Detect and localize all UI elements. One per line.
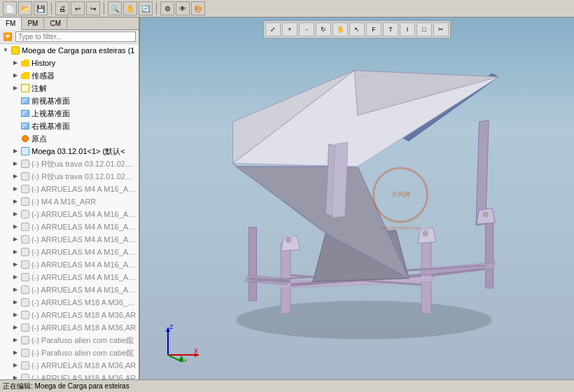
undo-button[interactable]: ↩ bbox=[71, 1, 85, 15]
svg-point-34 bbox=[483, 212, 488, 217]
front-plane-label: 前视基准面 bbox=[31, 95, 137, 106]
tree-item-9[interactable]: ▶(-) ARRUELAS M4 A M16_ARR bbox=[0, 258, 139, 271]
expand-14: ▶ bbox=[11, 323, 20, 332]
tree-icon-3 bbox=[20, 184, 30, 194]
tree-icon-11 bbox=[20, 285, 30, 295]
new-button[interactable]: 📄 bbox=[3, 1, 17, 15]
tree-item-14[interactable]: ▶(-) ARRUELAS M18 A M36,AR bbox=[0, 321, 139, 334]
tree-label-8: (-) ARRUELAS M4 A M16_ARR bbox=[31, 246, 137, 258]
tree-item-4[interactable]: ▶(-) M4 A M16_ARR bbox=[0, 195, 139, 208]
tree-area[interactable]: ▼ Moega de Carga para esteiras (1 ▶ Hist… bbox=[0, 44, 139, 379]
tree-icon-10 bbox=[20, 272, 30, 282]
assembly-icon bbox=[10, 46, 20, 55]
tree-front-plane[interactable]: 前视基准面 bbox=[0, 94, 139, 107]
expand-11: ▶ bbox=[11, 286, 20, 294]
tree-item-15[interactable]: ▶(-) Parafuso allen com cabe鑹 bbox=[0, 334, 139, 346]
expand-4: ▶ bbox=[11, 197, 20, 206]
tree-item-18[interactable]: ▶(-) ARRUELAS M18 A M36,AR bbox=[0, 372, 139, 379]
tree-label-2: (-) R饺ua trava 03.12.01.025LD bbox=[31, 171, 137, 182]
tree-item-17[interactable]: ▶(-) ARRUELAS M18 A M36,AR bbox=[0, 359, 139, 372]
vp-view-iso[interactable]: I bbox=[400, 22, 415, 36]
tree-item-7[interactable]: ▶(-) ARRUELAS M4 A M16_ARR bbox=[0, 233, 139, 246]
expand-1: ▶ bbox=[11, 160, 20, 168]
vp-zoom-fit[interactable]: ⤢ bbox=[265, 22, 281, 36]
root-label: Moega de Carga para esteiras (1 bbox=[22, 45, 137, 56]
expand-10: ▶ bbox=[11, 273, 20, 281]
coordinate-axes: Z X Y bbox=[161, 323, 196, 358]
separator-2 bbox=[104, 2, 104, 15]
tree-label-6: (-) ARRUELAS M4 A M16_ARR bbox=[31, 221, 137, 232]
tree-annotations[interactable]: ▶ 注解 bbox=[0, 82, 139, 94]
vp-display-mode[interactable]: □ bbox=[416, 22, 432, 36]
expand-2: ▶ bbox=[11, 172, 20, 181]
tree-label-15: (-) Parafuso allen com cabe鑹 bbox=[31, 335, 137, 346]
tree-item-6[interactable]: ▶(-) ARRUELAS M4 A M16_ARR bbox=[0, 220, 139, 233]
svg-rect-30 bbox=[419, 228, 430, 231]
tree-item-1[interactable]: ▶(-) R饺ua trava 03.12.01.025LD bbox=[0, 158, 139, 170]
filter-input[interactable] bbox=[15, 31, 136, 42]
top-plane-icon bbox=[20, 108, 30, 118]
svg-point-32 bbox=[286, 237, 290, 242]
tree-label-10: (-) ARRUELAS M4 A M16_ARR bbox=[31, 272, 137, 283]
open-button[interactable]: 📂 bbox=[18, 1, 32, 15]
material-button[interactable]: 🎨 bbox=[191, 1, 205, 15]
view-button[interactable]: 👁 bbox=[176, 1, 190, 15]
viewport[interactable]: ⤢ + - ↻ ✋ ↖ F T I □ ✂ bbox=[140, 18, 574, 379]
vp-rotate[interactable]: ↻ bbox=[316, 22, 331, 36]
tab-feature-manager[interactable]: FM bbox=[0, 18, 22, 30]
tab-config-manager[interactable]: CM bbox=[44, 18, 67, 29]
sensors-label: 传感器 bbox=[31, 70, 137, 81]
expand-sensors[interactable]: ▶ bbox=[11, 71, 20, 80]
vp-zoom-in[interactable]: + bbox=[282, 22, 298, 36]
rotate-button[interactable]: 🔄 bbox=[139, 1, 153, 15]
vp-select[interactable]: ↖ bbox=[349, 22, 365, 36]
expand-front-plane bbox=[11, 97, 20, 105]
status-bar: 正在编辑: Moega de Carga para esteiras bbox=[0, 379, 574, 392]
vp-zoom-out[interactable]: - bbox=[299, 22, 314, 36]
tree-label-14: (-) ARRUELAS M18 A M36,AR bbox=[31, 322, 137, 333]
vp-view-top[interactable]: T bbox=[383, 22, 398, 36]
tree-item-0[interactable]: ▶Moega 03.12.01<1> (默认< bbox=[0, 145, 139, 158]
expand-16: ▶ bbox=[11, 349, 20, 357]
tree-icon-1 bbox=[20, 159, 30, 169]
tree-sensors[interactable]: ▶ 传感器 bbox=[0, 69, 139, 82]
tab-property-manager[interactable]: PM bbox=[22, 18, 44, 29]
zoom-button[interactable]: 🔍 bbox=[108, 1, 122, 15]
tree-right-plane[interactable]: 右视基准面 bbox=[0, 120, 139, 132]
expand-top-plane bbox=[11, 109, 20, 118]
vp-view-front[interactable]: F bbox=[366, 22, 382, 36]
tree-item-5[interactable]: ▶(-) ARRUELAS M4 A M16_ARR bbox=[0, 208, 139, 220]
top-plane-label: 上视基准面 bbox=[31, 108, 137, 119]
tree-root[interactable]: ▼ Moega de Carga para esteiras (1 bbox=[0, 44, 139, 57]
tree-item-8[interactable]: ▶(-) ARRUELAS M4 A M16_ARR bbox=[0, 246, 139, 258]
tree-top-plane[interactable]: 上视基准面 bbox=[0, 107, 139, 120]
tree-item-16[interactable]: ▶(-) Parafuso allen com cabe鑹 bbox=[0, 346, 139, 359]
tree-item-10[interactable]: ▶(-) ARRUELAS M4 A M16_ARR bbox=[0, 271, 139, 284]
expand-annotations[interactable]: ▶ bbox=[11, 84, 20, 92]
tree-origin[interactable]: 原点 bbox=[0, 132, 139, 145]
expand-7: ▶ bbox=[11, 235, 20, 244]
print-button[interactable]: 🖨 bbox=[55, 1, 69, 15]
redo-button[interactable]: ↪ bbox=[86, 1, 100, 15]
toolbar-row-1: 📄 📂 💾 🖨 ↩ ↪ 🔍 ✋ 🔄 ⚙ 👁 🎨 bbox=[0, 0, 574, 17]
save-button[interactable]: 💾 bbox=[34, 1, 48, 15]
vp-pan[interactable]: ✋ bbox=[332, 22, 348, 36]
tree-history[interactable]: ▶ History bbox=[0, 57, 139, 69]
pan-button[interactable]: ✋ bbox=[123, 1, 137, 15]
expand-root[interactable]: ▼ bbox=[1, 46, 10, 55]
tree-item-13[interactable]: ▶(-) ARRUELAS M18 A M36,AR bbox=[0, 309, 139, 321]
tree-label-5: (-) ARRUELAS M4 A M16_ARR bbox=[31, 209, 137, 220]
tree-item-12[interactable]: ▶(-) ARRUELAS M18 A M36_ARR bbox=[0, 296, 139, 309]
expand-history[interactable]: ▶ bbox=[11, 59, 20, 67]
origin-icon bbox=[20, 134, 30, 144]
options-button[interactable]: ⚙ bbox=[160, 1, 174, 15]
tree-item-3[interactable]: ▶(-) ARRUELAS M4 A M16_ARR bbox=[0, 183, 139, 195]
expand-3: ▶ bbox=[11, 185, 20, 193]
tree-item-11[interactable]: ▶(-) ARRUELAS M4 A M16_ARR bbox=[0, 284, 139, 296]
vp-section[interactable]: ✂ bbox=[433, 22, 449, 36]
tree-item-2[interactable]: ▶(-) R饺ua trava 03.12.01.025LD bbox=[0, 170, 139, 183]
panel-tabs: FM PM CM bbox=[0, 18, 139, 30]
tree-icon-8 bbox=[20, 247, 30, 257]
expand-origin bbox=[11, 134, 20, 143]
tree-label-7: (-) ARRUELAS M4 A M16_ARR bbox=[31, 234, 137, 245]
